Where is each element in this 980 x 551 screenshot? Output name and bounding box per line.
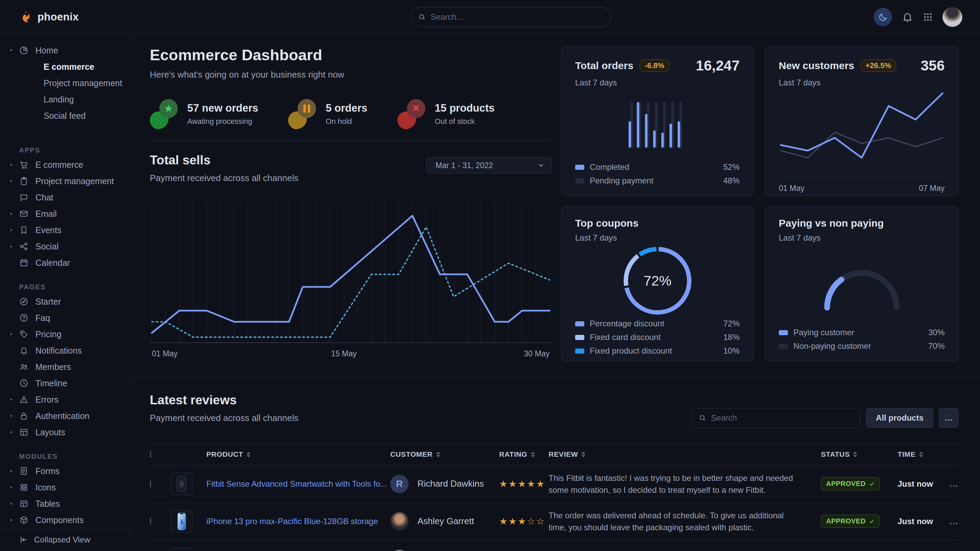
pie-chart-icon bbox=[19, 46, 29, 55]
column-header-status[interactable]: STATUS bbox=[821, 450, 897, 459]
apps-grid-button[interactable] bbox=[923, 12, 933, 22]
sidebar-item-faq[interactable]: Faq bbox=[0, 310, 130, 326]
legend-label: Non-paying customer bbox=[794, 341, 871, 351]
legend-value: 70% bbox=[928, 341, 945, 351]
stat-circle: ✕ bbox=[407, 99, 425, 118]
product-link[interactable]: iPhone 13 pro max-Pacific Blue-128GB sto… bbox=[206, 517, 378, 526]
stat-caption: Out of stock bbox=[435, 117, 495, 126]
product-thumbnail-iphone bbox=[170, 510, 193, 533]
row-menu-button[interactable]: ... bbox=[939, 517, 959, 526]
svg-text:01 May: 01 May bbox=[152, 349, 178, 358]
sidebar-item-members[interactable]: Members bbox=[0, 359, 130, 375]
reviews-subtitle: Payment received across all channels bbox=[150, 413, 298, 423]
sidebar-item-components[interactable]: Components bbox=[0, 512, 130, 528]
table-row bbox=[150, 540, 959, 551]
stat-caption: Awating processing bbox=[187, 117, 258, 126]
phoenix-logo[interactable]: phoenix bbox=[19, 10, 79, 24]
sidebar-item-forms[interactable]: Forms bbox=[0, 463, 130, 479]
stat-on-hold: 5 ordersOn hold bbox=[288, 99, 367, 129]
status-badge: APPROVED bbox=[821, 477, 880, 491]
reviews-search[interactable] bbox=[692, 408, 861, 428]
sidebar-item-email[interactable]: Email bbox=[0, 206, 130, 222]
question-circle-icon bbox=[19, 313, 29, 322]
row-menu-button[interactable]: ... bbox=[939, 479, 959, 489]
sidebar-item-calendar[interactable]: Calendar bbox=[0, 254, 130, 271]
legend-value: 30% bbox=[928, 328, 945, 337]
column-header-review[interactable]: REVIEW bbox=[549, 450, 821, 459]
bell-icon bbox=[19, 346, 29, 355]
sidebar-item-starter[interactable]: Starter bbox=[0, 293, 130, 310]
notifications-button[interactable] bbox=[902, 11, 913, 23]
global-search-input[interactable] bbox=[430, 12, 603, 22]
sidebar-item-e-commerce[interactable]: E commerce bbox=[0, 157, 130, 173]
check-icon bbox=[869, 519, 875, 524]
status-text: APPROVED bbox=[826, 517, 865, 525]
column-header-time[interactable]: TIME bbox=[897, 450, 939, 459]
column-label: RATING bbox=[499, 450, 527, 459]
reviews-search-input[interactable] bbox=[711, 413, 853, 423]
sidebar-item-social[interactable]: Social bbox=[0, 238, 130, 254]
sidebar-item-home[interactable]: Home bbox=[0, 42, 130, 59]
sidebar-item-label: Starter bbox=[35, 297, 61, 306]
stat-out-of-stock: ✕15 productsOut of stock bbox=[398, 99, 495, 129]
top-coupons-legend-row: Percentage discount72% bbox=[575, 319, 740, 329]
sidebar-item-label: Tables bbox=[35, 499, 60, 509]
top-coupons-title: Top coupons bbox=[575, 218, 638, 229]
search-icon bbox=[699, 414, 706, 422]
calendar-icon bbox=[19, 258, 29, 267]
sidebar-item-authentication[interactable]: Authentication bbox=[0, 408, 130, 424]
stat-value: 57 new orders bbox=[187, 102, 258, 114]
sidebar-subitem-social-feed[interactable]: Social feed bbox=[0, 108, 130, 124]
user-avatar[interactable] bbox=[943, 7, 962, 27]
review-text: The order was delivered ahead of schedul… bbox=[549, 510, 821, 533]
reviews-more-button[interactable]: ... bbox=[939, 408, 959, 428]
sidebar-item-errors[interactable]: Errors bbox=[0, 391, 130, 408]
reviews-title: Latest reviews bbox=[150, 393, 298, 407]
paying-legend-row: Non-paying customer70% bbox=[779, 341, 945, 351]
all-products-button[interactable]: All products bbox=[866, 408, 933, 428]
sidebar-item-pricing[interactable]: Pricing bbox=[0, 326, 130, 342]
sidebar-subitem-project-management[interactable]: Project management bbox=[0, 75, 130, 91]
collapse-sidebar-button[interactable]: Collapsed View bbox=[0, 528, 130, 551]
sidebar-subitem-landing[interactable]: Landing bbox=[0, 91, 130, 108]
column-header-product[interactable]: PRODUCT bbox=[206, 450, 390, 459]
new-customers-badge: +26.5% bbox=[861, 60, 896, 72]
form-doc-icon bbox=[19, 466, 29, 476]
page-title: Ecommerce Dashboard bbox=[150, 46, 552, 64]
product-thumbnail-smartwatch bbox=[170, 473, 193, 495]
stat-x-icon: ✕ bbox=[398, 99, 426, 129]
total-orders-value: 16,247 bbox=[696, 57, 740, 74]
sidebar-item-label: Timeline bbox=[35, 378, 67, 388]
header-checkbox-cell bbox=[150, 451, 170, 457]
review-time: Just now bbox=[897, 517, 933, 526]
date-range-select[interactable]: Mar 1 - 31, 2022 bbox=[426, 157, 552, 173]
sidebar-item-events[interactable]: Events bbox=[0, 222, 130, 238]
table-row: Fitbit Sense Advanced Smartwatch with To… bbox=[150, 465, 959, 503]
row-checkbox[interactable] bbox=[150, 480, 151, 487]
users-icon bbox=[19, 362, 29, 372]
select-all-checkbox[interactable] bbox=[150, 451, 151, 458]
sidebar-item-notifications[interactable]: Notifications bbox=[0, 342, 130, 359]
global-search[interactable] bbox=[410, 7, 611, 27]
sidebar-item-timeline[interactable]: Timeline bbox=[0, 375, 130, 391]
theme-toggle-button[interactable] bbox=[874, 8, 892, 26]
column-header-rating[interactable]: RATING bbox=[499, 450, 549, 459]
new-customers-value: 356 bbox=[921, 57, 945, 74]
column-header-customer[interactable]: CUSTOMER bbox=[390, 450, 499, 459]
sidebar-item-layouts[interactable]: Layouts bbox=[0, 424, 130, 440]
top-coupons-legend: Percentage discount72%Fixed card discoun… bbox=[575, 319, 740, 356]
sidebar-subitem-e-commerce[interactable]: E commerce bbox=[0, 59, 130, 75]
sort-icon bbox=[247, 452, 251, 457]
row-checkbox[interactable] bbox=[150, 518, 151, 525]
product-link[interactable]: Fitbit Sense Advanced Smartwatch with To… bbox=[206, 479, 387, 488]
latest-reviews-section: Latest reviews Payment received across a… bbox=[130, 377, 980, 551]
sidebar-item-icons[interactable]: Icons bbox=[0, 479, 130, 495]
sidebar-item-project-management[interactable]: Project management bbox=[0, 173, 130, 189]
sidebar-item-label: Calendar bbox=[35, 258, 70, 268]
clipboard-icon bbox=[19, 176, 29, 186]
sort-icon bbox=[531, 452, 535, 457]
sidebar-item-tables[interactable]: Tables bbox=[0, 495, 130, 512]
chevron-down-icon bbox=[538, 162, 544, 169]
sidebar-item-chat[interactable]: Chat bbox=[0, 189, 130, 206]
total-sells-chart: 01 May15 May30 May bbox=[150, 198, 552, 360]
